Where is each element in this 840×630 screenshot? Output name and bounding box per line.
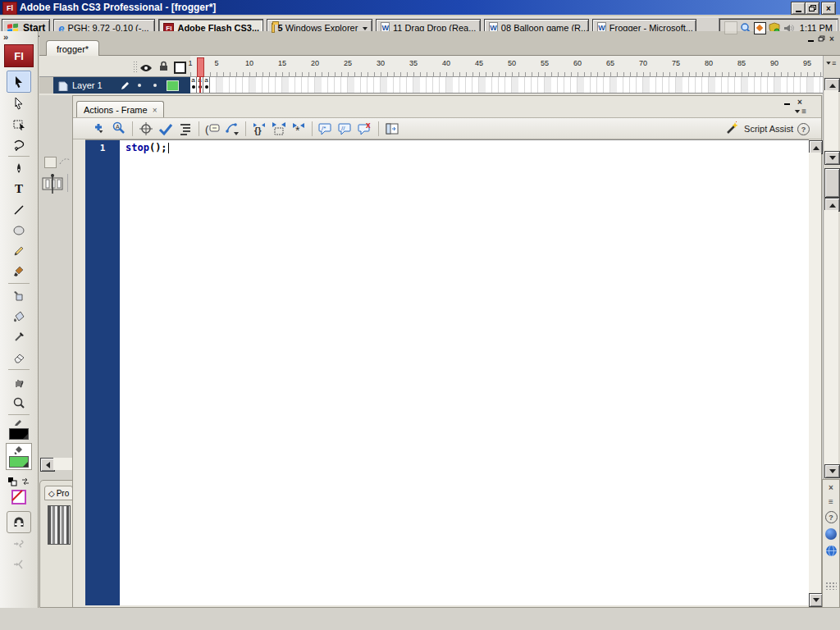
action-indicator: a <box>204 77 208 84</box>
paint-bucket-icon <box>12 310 25 323</box>
snap-to-objects-button[interactable] <box>7 511 31 533</box>
close-button[interactable]: × <box>821 2 836 15</box>
apply-block-comment-button[interactable]: /* <box>317 121 334 137</box>
playhead[interactable] <box>197 57 204 77</box>
line-tool[interactable] <box>7 199 30 220</box>
doc-minimize-button[interactable] <box>806 34 815 43</box>
layer-frames-track[interactable]: aaa <box>190 77 824 94</box>
code-line[interactable]: stop(); <box>126 142 169 153</box>
stage-scroll-down-button[interactable] <box>824 464 840 478</box>
doc-restore-button[interactable] <box>816 34 826 43</box>
help-button[interactable]: ? <box>797 123 810 135</box>
no-color-button[interactable] <box>11 490 26 504</box>
fill-color-swatch[interactable] <box>9 456 29 468</box>
eraser-tool[interactable] <box>7 347 30 368</box>
auto-format-button[interactable] <box>177 121 194 137</box>
layer-name[interactable]: Layer 1 <box>72 80 120 90</box>
default-colors-icon[interactable] <box>7 477 17 486</box>
expand-all-button[interactable]: * <box>290 121 307 137</box>
line-comment-icon: // <box>337 121 354 137</box>
keyframe-frame-1[interactable]: a <box>190 77 197 93</box>
app-titlebar[interactable]: Fl Adobe Flash CS3 Professional - [frogg… <box>0 0 840 15</box>
script-assist-button[interactable]: Script Assist <box>725 121 793 135</box>
selection-tool[interactable] <box>7 71 31 93</box>
stroke-color-swatch[interactable] <box>9 428 29 440</box>
collapsed-panel-close-icon[interactable]: × <box>829 483 833 492</box>
timeline-gripper[interactable] <box>133 61 137 72</box>
show-code-hint-button[interactable]: ( <box>204 121 221 137</box>
properties-tab[interactable]: ◇Pro <box>44 486 73 500</box>
lasso-icon <box>12 138 25 151</box>
collapsed-help-icon[interactable]: ? <box>825 511 838 523</box>
scrollbar-splitter-handle[interactable] <box>824 168 840 198</box>
timeline-panel-menu-button[interactable]: ≡ <box>825 59 836 67</box>
zoom-tool[interactable] <box>7 392 30 413</box>
timeline-panel: Layer 1 aaa 1510152025303540455055606570… <box>39 56 824 95</box>
app-icon[interactable]: Fl <box>2 2 17 15</box>
insert-target-path-button[interactable] <box>138 121 154 137</box>
subselection-tool[interactable] <box>7 93 30 113</box>
text-tool[interactable]: T <box>7 179 30 199</box>
tray-diamond-icon[interactable] <box>754 22 766 34</box>
stage-hscroll-track[interactable] <box>53 458 73 470</box>
lasso-tool[interactable] <box>7 134 30 154</box>
collapse-selection-button[interactable] <box>271 121 287 137</box>
doc-close-button[interactable]: × <box>827 34 837 43</box>
brush-tool[interactable] <box>7 261 30 281</box>
clipped-edit-bar-icon-a[interactable] <box>44 157 57 168</box>
actions-minimize-icon <box>784 103 790 105</box>
resize-grip-icon[interactable] <box>825 582 837 590</box>
collapse-dock-icon[interactable]: » <box>0 31 11 44</box>
layer-visibility-dot[interactable] <box>138 84 141 87</box>
oval-tool[interactable] <box>7 220 30 240</box>
actions-panel-menu-button[interactable]: ≡ <box>794 107 806 116</box>
document-tab[interactable]: frogger* <box>46 40 99 57</box>
pencil-icon <box>12 244 25 258</box>
actions-tab[interactable]: Actions - Frame × <box>76 101 164 118</box>
layer-lock-dot[interactable] <box>153 84 157 87</box>
actions-minimize-button[interactable] <box>782 97 792 107</box>
restore-button[interactable] <box>805 2 819 15</box>
check-syntax-button[interactable] <box>158 121 174 137</box>
actions-close-button[interactable]: × <box>795 97 805 107</box>
ruler-label-25: 25 <box>340 59 355 67</box>
layer-row-layer1[interactable]: Layer 1 <box>53 77 190 94</box>
apply-line-comment-button[interactable]: // <box>337 121 354 137</box>
toolbar-separator <box>132 121 133 136</box>
collapse-between-braces-button[interactable]: {} <box>251 121 267 137</box>
free-transform-tool[interactable] <box>7 113 30 134</box>
pencil-tool[interactable] <box>7 240 30 261</box>
layer-outline-color-swatch[interactable] <box>167 80 179 91</box>
script-scroll-track[interactable] <box>809 153 821 593</box>
ink-bottle-tool[interactable] <box>7 285 30 306</box>
tray-hidden-icon[interactable] <box>724 21 737 34</box>
stage-scroll-track[interactable] <box>824 210 838 464</box>
block-comment-icon: /* <box>317 121 334 137</box>
center-frame-icon[interactable] <box>41 173 66 198</box>
tools-divider <box>8 414 30 415</box>
pen-tool[interactable] <box>7 158 30 179</box>
timeline-scroll-track[interactable] <box>824 90 838 151</box>
hand-tool[interactable] <box>7 372 30 392</box>
magic-wand-icon <box>725 121 739 135</box>
remove-comment-button[interactable]: x <box>357 121 373 137</box>
globe-icon[interactable] <box>825 545 838 557</box>
eyedropper-tool[interactable] <box>7 326 30 347</box>
collapsed-panel-menu-icon[interactable]: ≡ <box>829 497 833 506</box>
actions-tab-close-icon[interactable]: × <box>153 106 158 115</box>
script-scroll-down-button[interactable] <box>809 593 823 607</box>
clipped-edit-bar-icon-b[interactable] <box>58 155 71 170</box>
minimize-button[interactable] <box>791 2 806 15</box>
paint-bucket-tool[interactable] <box>7 306 30 326</box>
swap-colors-icon[interactable] <box>21 477 30 486</box>
show-hide-all-layers-icon[interactable] <box>139 62 153 76</box>
find-button[interactable]: A <box>111 121 127 137</box>
flash-player-sphere-icon[interactable] <box>825 528 837 540</box>
show-hide-toolbox-button[interactable] <box>384 121 400 137</box>
debug-options-button[interactable] <box>224 121 240 137</box>
lock-unlock-all-layers-icon[interactable] <box>158 61 169 75</box>
script-editor[interactable] <box>120 139 809 605</box>
add-new-item-button[interactable] <box>91 121 107 137</box>
keyframe-frame-3[interactable]: a <box>203 77 210 93</box>
timeline-scroll-down-button[interactable] <box>824 151 840 165</box>
